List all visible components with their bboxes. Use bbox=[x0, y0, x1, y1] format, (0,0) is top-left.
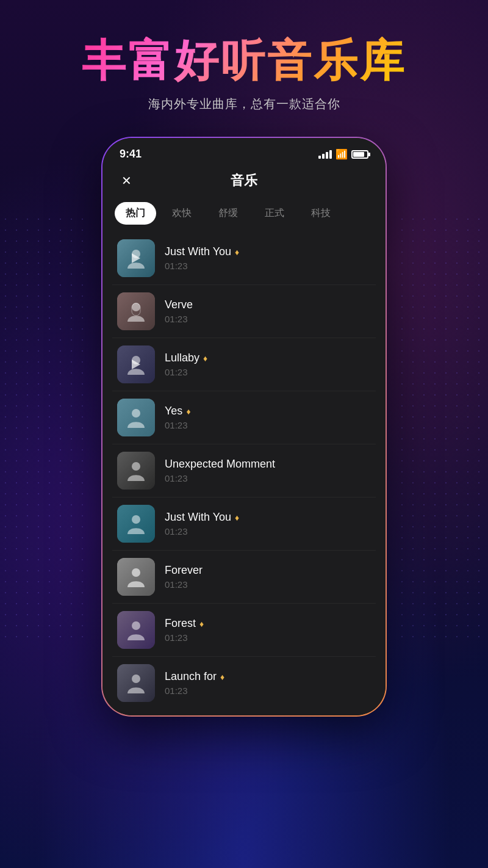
album-art-9 bbox=[117, 664, 155, 702]
tab-formal[interactable]: 正式 bbox=[254, 202, 295, 225]
svg-point-9 bbox=[132, 675, 140, 683]
list-item[interactable]: Just With You ♦ 01:23 bbox=[112, 232, 376, 285]
category-tabs: 热门 欢快 舒缓 正式 科技 bbox=[102, 197, 386, 232]
svg-point-1 bbox=[132, 303, 140, 311]
svg-point-5 bbox=[132, 462, 140, 471]
music-duration-8: 01:23 bbox=[165, 632, 371, 643]
list-item[interactable]: Forest ♦ 01:23 bbox=[112, 604, 376, 657]
svg-point-6 bbox=[132, 515, 140, 524]
svg-point-8 bbox=[132, 621, 140, 630]
music-info-3: Lullaby ♦ 01:23 bbox=[165, 352, 371, 377]
music-duration-1: 01:23 bbox=[165, 261, 371, 271]
album-art-7 bbox=[117, 558, 155, 596]
header-section: 丰富好听音乐库 海内外专业曲库，总有一款适合你 bbox=[82, 0, 406, 112]
list-item[interactable]: Verve 01:23 bbox=[112, 285, 376, 338]
status-icons: 📶 bbox=[318, 148, 368, 160]
music-info-2: Verve 01:23 bbox=[165, 298, 371, 324]
list-item[interactable]: Forever 01:23 bbox=[112, 551, 376, 604]
music-info-4: Yes ♦ 01:23 bbox=[165, 405, 371, 430]
music-name-7: Forever bbox=[165, 564, 203, 577]
main-title: 丰富好听音乐库 bbox=[82, 37, 406, 85]
list-item[interactable]: Lullaby ♦ 01:23 bbox=[112, 338, 376, 391]
vip-icon-4: ♦ bbox=[186, 407, 190, 416]
list-item[interactable]: Just With You ♦ 01:23 bbox=[112, 497, 376, 551]
album-art-5 bbox=[117, 452, 155, 490]
music-name-8: Forest bbox=[165, 617, 196, 630]
tab-happy[interactable]: 欢快 bbox=[161, 202, 203, 225]
music-name-2: Verve bbox=[165, 298, 193, 311]
phone-screen: 9:41 📶 bbox=[102, 138, 386, 715]
status-bar: 9:41 📶 bbox=[102, 138, 386, 165]
album-art-6 bbox=[117, 505, 155, 543]
battery-icon bbox=[351, 150, 368, 159]
vip-icon-8: ♦ bbox=[199, 619, 204, 629]
list-item[interactable]: Launch for ♦ 01:23 bbox=[112, 657, 376, 709]
album-art-2 bbox=[117, 292, 155, 330]
music-name-1: Just With You bbox=[165, 245, 231, 258]
music-name-6: Just With You bbox=[165, 511, 231, 524]
music-duration-4: 01:23 bbox=[165, 420, 371, 430]
music-name-4: Yes bbox=[165, 405, 182, 418]
list-item[interactable]: Unexpected Momment 01:23 bbox=[112, 444, 376, 497]
music-info-9: Launch for ♦ 01:23 bbox=[165, 670, 371, 696]
music-duration-6: 01:23 bbox=[165, 526, 371, 537]
album-art-3 bbox=[117, 345, 155, 383]
svg-point-7 bbox=[132, 568, 140, 577]
music-duration-5: 01:23 bbox=[165, 473, 371, 483]
music-info-1: Just With You ♦ 01:23 bbox=[165, 245, 371, 271]
list-item[interactable]: Yes ♦ 01:23 bbox=[112, 391, 376, 444]
music-duration-9: 01:23 bbox=[165, 685, 371, 696]
music-list: Just With You ♦ 01:23 bbox=[102, 232, 386, 715]
status-time: 9:41 bbox=[120, 148, 142, 161]
album-art-8 bbox=[117, 611, 155, 649]
music-duration-2: 01:23 bbox=[165, 314, 371, 324]
tab-calm[interactable]: 舒缓 bbox=[207, 202, 249, 225]
close-button[interactable]: ✕ bbox=[117, 172, 135, 190]
vip-icon-3: ♦ bbox=[203, 353, 207, 363]
wifi-icon: 📶 bbox=[336, 148, 348, 160]
app-header: ✕ 音乐 bbox=[102, 165, 386, 197]
phone-frame: 9:41 📶 bbox=[101, 137, 387, 717]
page-content: 丰富好听音乐库 海内外专业曲库，总有一款适合你 9:41 📶 bbox=[0, 0, 488, 868]
music-info-5: Unexpected Momment 01:23 bbox=[165, 458, 371, 483]
tab-tech[interactable]: 科技 bbox=[300, 202, 342, 225]
album-art-1 bbox=[117, 239, 155, 277]
vip-icon-6: ♦ bbox=[235, 513, 239, 523]
music-name-3: Lullaby bbox=[165, 352, 199, 364]
music-duration-7: 01:23 bbox=[165, 579, 371, 590]
vip-icon-1: ♦ bbox=[235, 247, 239, 257]
signal-icon bbox=[318, 150, 332, 159]
vip-icon-9: ♦ bbox=[220, 672, 224, 682]
music-info-8: Forest ♦ 01:23 bbox=[165, 617, 371, 643]
subtitle: 海内外专业曲库，总有一款适合你 bbox=[82, 96, 406, 112]
music-name-5: Unexpected Momment bbox=[165, 458, 275, 471]
music-info-7: Forever 01:23 bbox=[165, 564, 371, 590]
music-name-9: Launch for bbox=[165, 670, 217, 683]
tab-hot[interactable]: 热门 bbox=[115, 202, 156, 225]
svg-point-4 bbox=[132, 409, 140, 418]
album-art-4 bbox=[117, 399, 155, 436]
phone-wrapper: 9:41 📶 bbox=[101, 137, 387, 717]
music-info-6: Just With You ♦ 01:23 bbox=[165, 511, 371, 537]
music-duration-3: 01:23 bbox=[165, 367, 371, 377]
app-title: 音乐 bbox=[231, 172, 257, 190]
